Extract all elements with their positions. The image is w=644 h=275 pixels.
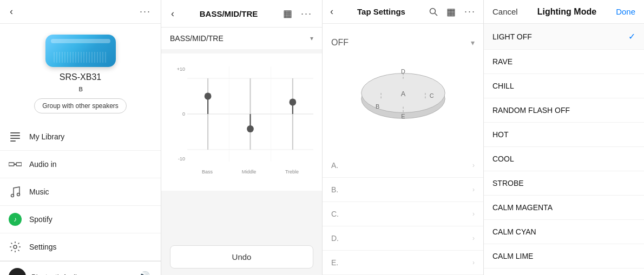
main-header: ‹ ··· bbox=[0, 0, 161, 24]
settings-label: Settings bbox=[29, 243, 57, 251]
speaker-section: SRS-XB31 ʙ Group with other speakers bbox=[0, 24, 161, 119]
tap-back-button[interactable]: ‹ bbox=[328, 4, 336, 19]
cancel-button[interactable]: Cancel bbox=[492, 7, 518, 16]
sidebar-item-audio-in[interactable]: Audio in bbox=[0, 151, 161, 178]
tap-header-icons: ▦ ··· bbox=[427, 4, 478, 20]
music-label: Music bbox=[29, 187, 49, 196]
sidebar-item-settings[interactable]: Settings bbox=[0, 233, 161, 261]
tap-zone-d[interactable]: D. › bbox=[323, 226, 483, 251]
eq-preset-chevron-icon: ▾ bbox=[310, 35, 313, 42]
tap-header: ‹ Tap Settings ▦ ··· bbox=[323, 0, 483, 24]
lighting-item-chill[interactable]: CHILL bbox=[484, 74, 644, 98]
lighting-item-calm-magenta-label: CALM MAGENTA bbox=[492, 203, 553, 212]
speaker-diagram-area: OFF ▾ A B C D E bbox=[323, 24, 483, 153]
audio-in-label: Audio in bbox=[29, 160, 57, 169]
eq-back-button[interactable]: ‹ bbox=[169, 6, 176, 22]
eq-header: ‹ BASS/MID/TRE ▦ ··· bbox=[161, 0, 322, 28]
lighting-item-calm-cinnabar[interactable]: CALM CINNABAR bbox=[484, 269, 644, 275]
bluetooth-circle-icon: ʙ bbox=[9, 268, 26, 275]
eq-preset-label: BASS/MID/TRE bbox=[170, 34, 224, 43]
main-footer: ʙ Bluetooth Audio 🔊 bbox=[0, 261, 161, 275]
lighting-item-rave-label: RAVE bbox=[492, 57, 512, 66]
eq-mid-label: Middle bbox=[242, 169, 257, 175]
lighting-item-cool[interactable]: COOL bbox=[484, 147, 644, 171]
eq-grid-button[interactable]: ▦ bbox=[281, 5, 294, 22]
tap-zone-e-label: E. bbox=[331, 258, 338, 267]
volume-button[interactable]: 🔊 bbox=[136, 269, 152, 275]
off-label: OFF bbox=[331, 38, 349, 48]
tap-zone-b[interactable]: B. › bbox=[323, 178, 483, 202]
music-icon bbox=[9, 185, 22, 198]
svg-rect-0 bbox=[10, 132, 20, 133]
spotify-label: Spotify bbox=[29, 215, 52, 224]
eq-more-button[interactable]: ··· bbox=[299, 5, 314, 22]
tap-zone-e[interactable]: E. › bbox=[323, 251, 483, 275]
svg-text:E: E bbox=[401, 113, 405, 119]
svg-point-9 bbox=[14, 245, 17, 249]
nav-list: My Library Audio in Music Spotify Settin… bbox=[0, 123, 161, 261]
eq-y-bot: -10 bbox=[170, 156, 185, 162]
lighting-item-chill-label: CHILL bbox=[492, 82, 514, 90]
svg-point-8 bbox=[17, 193, 20, 196]
lighting-item-random-flash-off-label: RANDOM FLASH OFF bbox=[492, 106, 570, 115]
undo-button[interactable]: Undo bbox=[170, 245, 313, 269]
svg-point-24 bbox=[430, 8, 435, 14]
lighting-title: Lighting Mode bbox=[537, 7, 596, 17]
settings-icon bbox=[9, 240, 22, 253]
tap-zone-b-chevron-icon: › bbox=[472, 186, 475, 193]
lighting-item-calm-magenta[interactable]: CALM MAGENTA bbox=[484, 196, 644, 220]
lighting-panel: Cancel Lighting Mode Done LIGHT OFF ✓ RA… bbox=[484, 0, 644, 275]
speaker-image bbox=[45, 35, 116, 67]
lighting-item-hot-label: HOT bbox=[492, 130, 509, 139]
svg-point-17 bbox=[205, 92, 212, 99]
svg-line-25 bbox=[435, 13, 437, 16]
lighting-item-rave[interactable]: RAVE bbox=[484, 50, 644, 74]
eq-chart-area: +10 0 -10 bbox=[161, 53, 322, 191]
tap-zone-e-chevron-icon: › bbox=[472, 259, 475, 266]
svg-rect-3 bbox=[10, 140, 16, 142]
tap-title: Tap Settings bbox=[339, 7, 424, 16]
eq-title: BASS/MID/TRE bbox=[200, 9, 258, 18]
eq-footer: Undo bbox=[161, 239, 322, 275]
more-button[interactable]: ··· bbox=[137, 4, 153, 19]
eq-chart-svg bbox=[187, 66, 313, 162]
svg-rect-6 bbox=[14, 164, 16, 165]
back-button[interactable]: ‹ bbox=[8, 4, 15, 19]
tap-more-button[interactable]: ··· bbox=[462, 4, 478, 20]
eq-panel: ‹ BASS/MID/TRE ▦ ··· BASS/MID/TRE ▾ +10 … bbox=[161, 0, 323, 275]
lighting-item-calm-lime-label: CALM LIME bbox=[492, 252, 533, 260]
lighting-item-light-off-label: LIGHT OFF bbox=[492, 32, 532, 41]
library-label: My Library bbox=[29, 132, 64, 141]
tap-zone-c-chevron-icon: › bbox=[472, 210, 475, 218]
tap-zone-d-label: D. bbox=[331, 234, 339, 243]
lighting-item-calm-cyan-label: CALM CYAN bbox=[492, 227, 536, 236]
svg-point-23 bbox=[290, 98, 297, 105]
lighting-item-random-flash-off[interactable]: RANDOM FLASH OFF bbox=[484, 98, 644, 123]
lighting-item-strobe-label: STROBE bbox=[492, 179, 524, 187]
sidebar-item-music[interactable]: Music bbox=[0, 178, 161, 206]
svg-point-7 bbox=[11, 194, 14, 197]
tap-zone-a[interactable]: A. › bbox=[323, 153, 483, 178]
tap-search-button[interactable] bbox=[427, 4, 440, 20]
group-speakers-button[interactable]: Group with other speakers bbox=[34, 98, 127, 113]
lighting-item-hot[interactable]: HOT bbox=[484, 123, 644, 147]
sidebar-item-spotify[interactable]: Spotify bbox=[0, 206, 161, 233]
lighting-item-calm-cyan[interactable]: CALM CYAN bbox=[484, 220, 644, 244]
tap-zone-c[interactable]: C. › bbox=[323, 202, 483, 226]
svg-text:A: A bbox=[400, 90, 405, 98]
eq-y-labels: +10 0 -10 bbox=[170, 66, 185, 162]
svg-rect-5 bbox=[16, 163, 22, 166]
tap-grid-button[interactable]: ▦ bbox=[444, 4, 458, 20]
done-button[interactable]: Done bbox=[616, 7, 635, 16]
off-select[interactable]: OFF ▾ bbox=[331, 32, 475, 53]
lighting-item-calm-lime[interactable]: CALM LIME bbox=[484, 244, 644, 269]
sidebar-item-library[interactable]: My Library bbox=[0, 123, 161, 151]
lighting-item-light-off[interactable]: LIGHT OFF ✓ bbox=[484, 24, 644, 50]
eq-preset-row[interactable]: BASS/MID/TRE ▾ bbox=[161, 28, 322, 49]
tap-zone-d-chevron-icon: › bbox=[472, 234, 475, 242]
lighting-item-cool-label: COOL bbox=[492, 155, 514, 163]
footer-label: Bluetooth Audio bbox=[31, 273, 81, 276]
lighting-item-strobe[interactable]: STROBE bbox=[484, 171, 644, 196]
svg-rect-1 bbox=[10, 135, 20, 136]
off-chevron-icon: ▾ bbox=[471, 38, 475, 47]
